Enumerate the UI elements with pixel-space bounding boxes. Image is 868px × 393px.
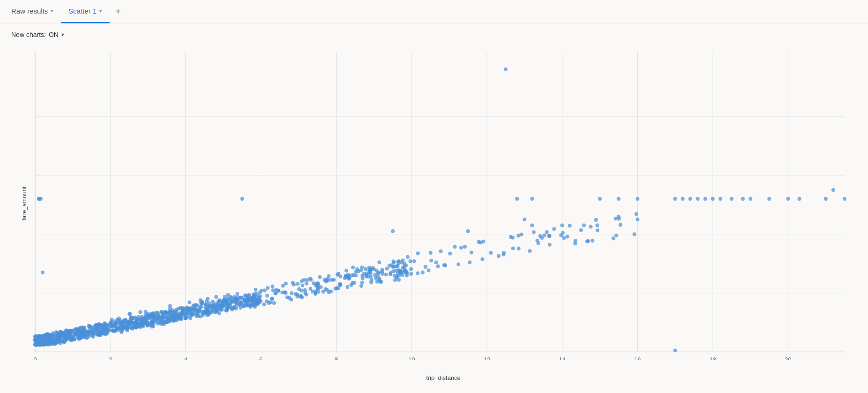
svg-point-1252	[786, 197, 790, 201]
svg-point-725	[103, 332, 107, 336]
svg-point-1190	[477, 240, 481, 244]
svg-point-1107	[140, 320, 143, 324]
svg-point-1069	[129, 326, 132, 330]
svg-point-1242	[681, 197, 684, 201]
svg-text:20: 20	[785, 356, 791, 360]
svg-point-947	[219, 306, 223, 309]
svg-point-1094	[289, 298, 293, 301]
svg-point-1192	[434, 261, 438, 264]
svg-point-1021	[151, 321, 155, 325]
svg-point-1188	[355, 267, 359, 271]
svg-point-1189	[511, 236, 515, 240]
svg-point-1047	[226, 293, 230, 297]
svg-point-1016	[319, 285, 323, 289]
svg-point-1110	[136, 323, 140, 327]
svg-point-737	[96, 327, 100, 331]
svg-point-1095	[113, 321, 117, 325]
svg-point-1263	[530, 224, 534, 227]
svg-point-1210	[459, 246, 463, 249]
svg-point-745	[109, 324, 113, 328]
svg-point-929	[384, 273, 388, 277]
new-charts-toggle[interactable]: New charts: ON ▾	[11, 31, 64, 38]
y-axis-label: fare_amount	[21, 187, 28, 221]
svg-point-1053	[327, 274, 331, 278]
svg-point-1216	[351, 265, 355, 269]
svg-point-798	[52, 342, 56, 345]
svg-point-1193	[590, 239, 594, 242]
svg-point-1202	[439, 249, 442, 253]
svg-point-1136	[594, 218, 598, 222]
svg-point-1158	[480, 257, 484, 261]
svg-point-1265	[617, 215, 620, 218]
svg-point-1010	[304, 282, 308, 285]
svg-point-1132	[168, 307, 172, 311]
svg-point-951	[318, 275, 322, 279]
svg-point-1176	[424, 265, 427, 269]
svg-point-999	[253, 305, 257, 309]
svg-point-1248	[730, 197, 734, 201]
tab-raw-results[interactable]: Raw results ▾	[4, 0, 61, 23]
svg-point-1228	[389, 271, 392, 275]
svg-point-781	[216, 308, 220, 312]
svg-point-976	[146, 314, 149, 318]
svg-point-742	[72, 337, 75, 341]
svg-point-1141	[538, 234, 542, 238]
svg-point-1100	[217, 312, 221, 315]
svg-point-1048	[295, 292, 299, 296]
svg-point-893	[209, 311, 213, 314]
svg-point-789	[59, 332, 62, 336]
svg-point-1182	[582, 223, 586, 227]
svg-point-939	[284, 291, 287, 295]
add-tab-button[interactable]: +	[110, 0, 126, 23]
svg-point-1215	[403, 269, 406, 273]
svg-point-1075	[150, 325, 154, 328]
svg-point-1196	[397, 259, 401, 263]
svg-point-748	[68, 329, 72, 333]
svg-point-776	[102, 324, 106, 328]
svg-point-1194	[562, 236, 566, 240]
svg-point-1180	[548, 243, 552, 247]
svg-point-1055	[309, 278, 313, 282]
svg-point-1090	[267, 301, 271, 305]
svg-point-1119	[325, 288, 329, 292]
svg-point-1065	[190, 306, 194, 310]
tab-scatter-1-chevron: ▾	[99, 8, 102, 14]
svg-point-867	[271, 284, 274, 288]
svg-point-1178	[335, 286, 338, 290]
svg-point-849	[364, 267, 368, 271]
svg-text:6: 6	[259, 356, 263, 360]
tab-scatter-1[interactable]: Scatter 1 ▾	[61, 0, 110, 23]
svg-point-1221	[391, 260, 395, 263]
svg-point-1241	[673, 197, 677, 201]
svg-point-1105	[134, 320, 138, 324]
svg-point-703	[133, 315, 137, 319]
svg-point-1059	[220, 300, 224, 304]
svg-point-1102	[312, 281, 316, 285]
svg-point-1111	[146, 324, 149, 328]
svg-point-1184	[596, 224, 599, 227]
svg-point-1201	[468, 261, 471, 264]
svg-point-1061	[338, 282, 342, 286]
svg-point-1078	[375, 269, 378, 272]
chart-inner: fare_amount trip_distance 02040608002468…	[33, 47, 854, 360]
svg-point-1087	[332, 278, 336, 282]
svg-point-868	[280, 291, 284, 294]
svg-point-1031	[291, 281, 294, 284]
svg-point-963	[129, 315, 133, 319]
svg-point-749	[67, 333, 71, 337]
svg-point-1224	[545, 230, 549, 234]
svg-point-1251	[767, 197, 771, 201]
svg-point-937	[260, 289, 264, 292]
svg-point-943	[116, 318, 119, 321]
svg-point-1168	[345, 269, 348, 272]
svg-point-1039	[139, 310, 142, 314]
svg-point-1138	[436, 264, 440, 268]
svg-point-1041	[160, 320, 164, 324]
svg-point-1257	[41, 270, 44, 274]
svg-point-1057	[226, 297, 229, 300]
svg-text:4: 4	[184, 356, 187, 360]
svg-point-1103	[119, 330, 123, 334]
svg-point-1126	[316, 285, 319, 289]
svg-point-1079	[398, 270, 402, 274]
svg-point-966	[281, 284, 285, 288]
